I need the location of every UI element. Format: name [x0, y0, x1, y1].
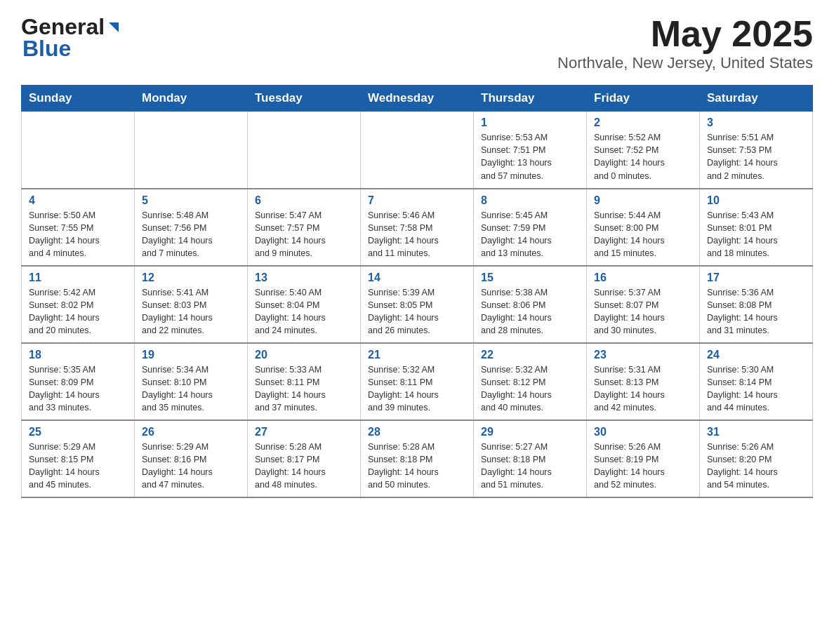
calendar-cell: 7Sunrise: 5:46 AM Sunset: 7:58 PM Daylig… — [361, 189, 474, 266]
day-number: 18 — [29, 349, 127, 361]
day-info: Sunrise: 5:26 AM Sunset: 8:19 PM Dayligh… — [594, 441, 692, 492]
day-number: 31 — [707, 426, 805, 438]
day-number: 14 — [368, 271, 466, 284]
day-number: 4 — [29, 194, 127, 207]
weekday-header-monday: Monday — [135, 86, 248, 112]
day-info: Sunrise: 5:32 AM Sunset: 8:12 PM Dayligh… — [481, 363, 579, 415]
day-number: 5 — [142, 194, 240, 207]
calendar-cell: 8Sunrise: 5:45 AM Sunset: 7:59 PM Daylig… — [474, 189, 587, 266]
day-number: 21 — [368, 349, 466, 361]
day-info: Sunrise: 5:43 AM Sunset: 8:01 PM Dayligh… — [707, 209, 805, 260]
day-number: 13 — [255, 271, 353, 284]
weekday-header-row: SundayMondayTuesdayWednesdayThursdayFrid… — [22, 86, 813, 112]
calendar-cell — [135, 112, 248, 189]
calendar-cell: 24Sunrise: 5:30 AM Sunset: 8:14 PM Dayli… — [700, 343, 813, 420]
calendar-week-row: 11Sunrise: 5:42 AM Sunset: 8:02 PM Dayli… — [22, 266, 813, 343]
calendar-cell: 1Sunrise: 5:53 AM Sunset: 7:51 PM Daylig… — [474, 112, 587, 189]
day-info: Sunrise: 5:52 AM Sunset: 7:52 PM Dayligh… — [594, 131, 692, 182]
calendar-cell: 18Sunrise: 5:35 AM Sunset: 8:09 PM Dayli… — [22, 343, 135, 420]
svg-marker-0 — [109, 22, 119, 32]
day-info: Sunrise: 5:46 AM Sunset: 7:58 PM Dayligh… — [368, 209, 466, 260]
calendar-cell: 15Sunrise: 5:38 AM Sunset: 8:06 PM Dayli… — [474, 266, 587, 343]
day-number: 12 — [142, 271, 240, 284]
day-info: Sunrise: 5:31 AM Sunset: 8:13 PM Dayligh… — [594, 363, 692, 415]
calendar-cell: 10Sunrise: 5:43 AM Sunset: 8:01 PM Dayli… — [700, 189, 813, 266]
day-number: 10 — [707, 194, 805, 207]
day-number: 7 — [368, 194, 466, 207]
weekday-header-saturday: Saturday — [700, 86, 813, 112]
day-info: Sunrise: 5:51 AM Sunset: 7:53 PM Dayligh… — [707, 131, 805, 182]
calendar-cell: 13Sunrise: 5:40 AM Sunset: 8:04 PM Dayli… — [248, 266, 361, 343]
day-number: 22 — [481, 349, 579, 361]
day-info: Sunrise: 5:33 AM Sunset: 8:11 PM Dayligh… — [255, 363, 353, 415]
calendar-cell: 30Sunrise: 5:26 AM Sunset: 8:19 PM Dayli… — [587, 420, 700, 497]
calendar-cell: 4Sunrise: 5:50 AM Sunset: 7:55 PM Daylig… — [22, 189, 135, 266]
day-info: Sunrise: 5:38 AM Sunset: 8:06 PM Dayligh… — [481, 286, 579, 337]
day-info: Sunrise: 5:35 AM Sunset: 8:09 PM Dayligh… — [29, 363, 127, 415]
day-number: 27 — [255, 426, 353, 438]
calendar-table: SundayMondayTuesdayWednesdayThursdayFrid… — [21, 85, 813, 498]
day-number: 16 — [594, 271, 692, 284]
calendar-cell: 11Sunrise: 5:42 AM Sunset: 8:02 PM Dayli… — [22, 266, 135, 343]
page-header: General Blue May 2025 Northvale, New Jer… — [21, 14, 813, 72]
calendar-cell: 25Sunrise: 5:29 AM Sunset: 8:15 PM Dayli… — [22, 420, 135, 497]
month-year-title: May 2025 — [557, 14, 813, 54]
logo-blue: Blue — [21, 36, 71, 62]
day-info: Sunrise: 5:34 AM Sunset: 8:10 PM Dayligh… — [142, 363, 240, 415]
day-number: 15 — [481, 271, 579, 284]
calendar-cell: 14Sunrise: 5:39 AM Sunset: 8:05 PM Dayli… — [361, 266, 474, 343]
calendar-cell — [22, 112, 135, 189]
day-info: Sunrise: 5:39 AM Sunset: 8:05 PM Dayligh… — [368, 286, 466, 337]
day-number: 8 — [481, 194, 579, 207]
day-info: Sunrise: 5:28 AM Sunset: 8:18 PM Dayligh… — [368, 441, 466, 492]
day-info: Sunrise: 5:30 AM Sunset: 8:14 PM Dayligh… — [707, 363, 805, 415]
day-info: Sunrise: 5:41 AM Sunset: 8:03 PM Dayligh… — [142, 286, 240, 337]
calendar-cell: 27Sunrise: 5:28 AM Sunset: 8:17 PM Dayli… — [248, 420, 361, 497]
weekday-header-tuesday: Tuesday — [248, 86, 361, 112]
logo-triangle-icon — [106, 20, 121, 35]
day-number: 1 — [481, 116, 579, 129]
day-info: Sunrise: 5:50 AM Sunset: 7:55 PM Dayligh… — [29, 209, 127, 260]
calendar-week-row: 18Sunrise: 5:35 AM Sunset: 8:09 PM Dayli… — [22, 343, 813, 420]
day-number: 17 — [707, 271, 805, 284]
day-number: 28 — [368, 426, 466, 438]
calendar-cell: 20Sunrise: 5:33 AM Sunset: 8:11 PM Dayli… — [248, 343, 361, 420]
day-number: 11 — [29, 271, 127, 284]
calendar-cell: 16Sunrise: 5:37 AM Sunset: 8:07 PM Dayli… — [587, 266, 700, 343]
day-number: 29 — [481, 426, 579, 438]
calendar-cell: 21Sunrise: 5:32 AM Sunset: 8:11 PM Dayli… — [361, 343, 474, 420]
calendar-cell: 17Sunrise: 5:36 AM Sunset: 8:08 PM Dayli… — [700, 266, 813, 343]
day-info: Sunrise: 5:48 AM Sunset: 7:56 PM Dayligh… — [142, 209, 240, 260]
calendar-cell: 22Sunrise: 5:32 AM Sunset: 8:12 PM Dayli… — [474, 343, 587, 420]
calendar-cell: 3Sunrise: 5:51 AM Sunset: 7:53 PM Daylig… — [700, 112, 813, 189]
day-info: Sunrise: 5:44 AM Sunset: 8:00 PM Dayligh… — [594, 209, 692, 260]
calendar-cell: 6Sunrise: 5:47 AM Sunset: 7:57 PM Daylig… — [248, 189, 361, 266]
day-info: Sunrise: 5:28 AM Sunset: 8:17 PM Dayligh… — [255, 441, 353, 492]
calendar-week-row: 4Sunrise: 5:50 AM Sunset: 7:55 PM Daylig… — [22, 189, 813, 266]
calendar-cell: 9Sunrise: 5:44 AM Sunset: 8:00 PM Daylig… — [587, 189, 700, 266]
day-number: 25 — [29, 426, 127, 438]
calendar-cell: 12Sunrise: 5:41 AM Sunset: 8:03 PM Dayli… — [135, 266, 248, 343]
weekday-header-wednesday: Wednesday — [361, 86, 474, 112]
day-info: Sunrise: 5:27 AM Sunset: 8:18 PM Dayligh… — [481, 441, 579, 492]
day-info: Sunrise: 5:32 AM Sunset: 8:11 PM Dayligh… — [368, 363, 466, 415]
calendar-cell: 28Sunrise: 5:28 AM Sunset: 8:18 PM Dayli… — [361, 420, 474, 497]
day-info: Sunrise: 5:26 AM Sunset: 8:20 PM Dayligh… — [707, 441, 805, 492]
day-number: 23 — [594, 349, 692, 361]
day-info: Sunrise: 5:42 AM Sunset: 8:02 PM Dayligh… — [29, 286, 127, 337]
weekday-header-thursday: Thursday — [474, 86, 587, 112]
calendar-week-row: 1Sunrise: 5:53 AM Sunset: 7:51 PM Daylig… — [22, 112, 813, 189]
calendar-cell: 26Sunrise: 5:29 AM Sunset: 8:16 PM Dayli… — [135, 420, 248, 497]
calendar-cell — [361, 112, 474, 189]
day-info: Sunrise: 5:40 AM Sunset: 8:04 PM Dayligh… — [255, 286, 353, 337]
day-info: Sunrise: 5:29 AM Sunset: 8:16 PM Dayligh… — [142, 441, 240, 492]
calendar-cell: 29Sunrise: 5:27 AM Sunset: 8:18 PM Dayli… — [474, 420, 587, 497]
day-info: Sunrise: 5:29 AM Sunset: 8:15 PM Dayligh… — [29, 441, 127, 492]
day-number: 20 — [255, 349, 353, 361]
calendar-cell: 2Sunrise: 5:52 AM Sunset: 7:52 PM Daylig… — [587, 112, 700, 189]
location-subtitle: Northvale, New Jersey, United States — [557, 54, 813, 72]
day-info: Sunrise: 5:36 AM Sunset: 8:08 PM Dayligh… — [707, 286, 805, 337]
day-number: 30 — [594, 426, 692, 438]
calendar-cell: 5Sunrise: 5:48 AM Sunset: 7:56 PM Daylig… — [135, 189, 248, 266]
day-number: 3 — [707, 116, 805, 129]
